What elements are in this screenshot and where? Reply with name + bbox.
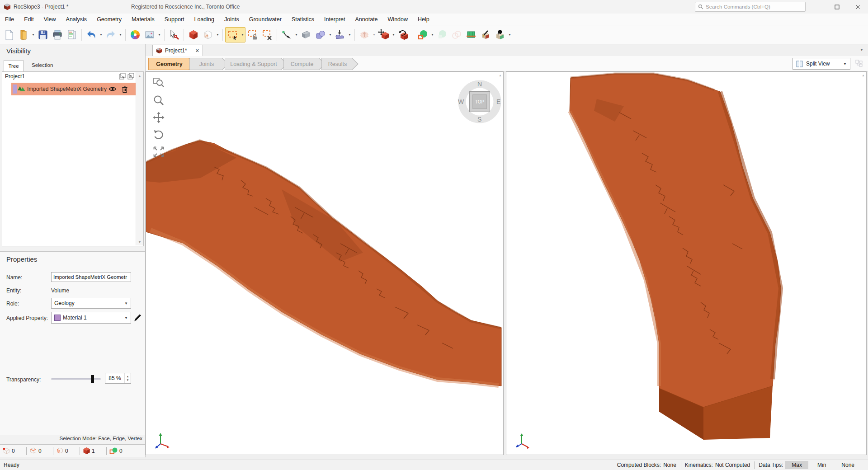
edit-material-pencil-icon[interactable] [134, 313, 141, 322]
tree-item-imported-geometry[interactable]: Imported ShapeMetriX Geometry [11, 83, 136, 95]
move-dropdown[interactable]: ▼ [391, 28, 396, 42]
undo-button[interactable] [84, 28, 99, 42]
view-mode-select[interactable]: Split View ▼ [793, 58, 850, 70]
transparency-slider-thumb[interactable] [91, 375, 94, 383]
applied-property-select[interactable]: Material 1 ▼ [51, 312, 131, 324]
extrude-dropdown[interactable]: ▼ [372, 28, 377, 42]
tab-tree[interactable]: Tree [4, 60, 24, 71]
data-tips-max[interactable]: Max [785, 461, 808, 469]
report-button[interactable] [65, 28, 79, 42]
compass-east[interactable]: E [496, 98, 500, 105]
viewport-right-perspective-view[interactable]: ▲ [506, 71, 867, 455]
compass-north[interactable]: N [477, 80, 482, 88]
redo-button[interactable] [104, 28, 118, 42]
menu-edit[interactable]: Edit [19, 16, 39, 23]
import-geometry-button[interactable] [333, 28, 347, 42]
menu-help[interactable]: Help [413, 16, 434, 23]
measure-button[interactable] [279, 28, 294, 42]
menu-analysis[interactable]: Analysis [61, 16, 92, 23]
display-options-button[interactable] [128, 28, 142, 42]
minimize-button[interactable] [806, 0, 826, 14]
ghost-block-button[interactable] [201, 28, 215, 42]
zoom-tool[interactable] [151, 94, 166, 107]
tab-selection[interactable]: Selection [28, 61, 57, 69]
subtract-block-disabled-button[interactable] [449, 28, 464, 42]
tab-overflow-icon[interactable]: ▼ [860, 48, 863, 52]
transparency-spinbox[interactable]: 85 % ▲▼ [105, 373, 131, 384]
workflow-tab-results[interactable]: Results [321, 58, 359, 70]
edit-geometry-button[interactable] [478, 28, 493, 42]
rotate-view-tool[interactable] [151, 128, 166, 141]
boolean-tool-dropdown[interactable]: ▼ [328, 28, 333, 42]
scroll-up-icon[interactable]: ▲ [136, 72, 143, 80]
move-button[interactable] [377, 28, 391, 42]
undo-dropdown[interactable]: ▼ [99, 28, 104, 42]
data-tips-min[interactable]: Min [811, 461, 832, 469]
tree-scrollbar[interactable]: ▲ ▼ [136, 72, 143, 245]
clear-selection-button[interactable] [260, 28, 274, 42]
name-field[interactable] [51, 272, 131, 282]
apply-properties-button[interactable] [493, 28, 507, 42]
select-tool-button[interactable] [167, 28, 181, 42]
apply-properties-dropdown[interactable]: ▼ [507, 28, 512, 42]
menu-geometry[interactable]: Geometry [92, 16, 127, 23]
mesh-tool-button[interactable] [299, 28, 313, 42]
zoom-window-tool[interactable] [151, 76, 166, 90]
selection-window-dropdown[interactable]: ▼ [240, 28, 245, 42]
transparency-slider[interactable] [51, 378, 101, 380]
workflow-tab-compute[interactable]: Compute [283, 58, 326, 70]
maximize-button[interactable] [826, 0, 847, 14]
menu-materials[interactable]: Materials [127, 16, 160, 23]
print-button[interactable] [50, 28, 65, 42]
compass-south[interactable]: S [477, 116, 481, 123]
screen-capture-button[interactable] [142, 28, 157, 42]
data-tips-none[interactable]: None [835, 461, 861, 469]
create-block-button[interactable] [186, 28, 201, 42]
menu-interpret[interactable]: Interpret [319, 16, 350, 23]
menu-annotate[interactable]: Annotate [350, 16, 383, 23]
expand-all-icon[interactable] [127, 73, 134, 80]
import-geometry-dropdown[interactable]: ▼ [347, 28, 352, 42]
add-external-block-button[interactable] [415, 28, 430, 42]
tab-close-icon[interactable]: ✕ [195, 48, 199, 54]
selection-window-button[interactable] [226, 28, 240, 42]
menu-file[interactable]: File [0, 16, 19, 23]
pan-tool[interactable] [151, 111, 166, 124]
zoom-extents-tool[interactable] [151, 145, 166, 159]
rotate-button[interactable] [396, 28, 410, 42]
measure-dropdown[interactable]: ▼ [294, 28, 299, 42]
compass-top-face[interactable]: TOP [469, 91, 490, 112]
viewport-layout-button[interactable] [854, 59, 864, 69]
new-file-button[interactable] [2, 28, 16, 42]
screen-capture-dropdown[interactable]: ▼ [157, 28, 162, 42]
workflow-tab-joints[interactable]: Joints [189, 58, 229, 70]
extrude-button[interactable] [357, 28, 372, 42]
viewport-scroll-icon[interactable]: ▲ [862, 74, 865, 77]
menu-statistics[interactable]: Statistics [287, 16, 319, 23]
collapse-all-icon[interactable] [119, 73, 126, 80]
view-compass[interactable]: N S W E TOP [458, 80, 501, 123]
workflow-tab-loading-support[interactable]: Loading & Support [225, 58, 288, 70]
command-search[interactable] [695, 2, 806, 12]
scroll-down-icon[interactable]: ▼ [136, 238, 143, 245]
menu-loading[interactable]: Loading [189, 16, 220, 23]
role-select[interactable]: Geology ▼ [51, 298, 131, 309]
redo-dropdown[interactable]: ▼ [118, 28, 123, 42]
menu-support[interactable]: Support [160, 16, 189, 23]
tree-project-node[interactable]: Project1 [5, 73, 25, 80]
menu-joints[interactable]: Joints [219, 16, 244, 23]
model-3d-right[interactable] [506, 72, 866, 455]
delete-trash-icon[interactable] [122, 85, 128, 93]
ghost-block-dropdown[interactable]: ▼ [215, 28, 220, 42]
model-3d-left[interactable] [146, 72, 503, 455]
lock-selection-button[interactable] [245, 28, 260, 42]
add-block-disabled-button[interactable] [435, 28, 449, 42]
open-file-button[interactable] [16, 28, 31, 42]
menu-view[interactable]: View [39, 16, 61, 23]
visibility-eye-icon[interactable] [108, 86, 117, 92]
open-file-dropdown[interactable]: ▼ [31, 28, 36, 42]
close-button[interactable] [847, 0, 868, 14]
workflow-tab-geometry[interactable]: Geometry [148, 58, 195, 70]
viewport-scroll-icon[interactable]: ▲ [499, 74, 502, 77]
document-tab-project1[interactable]: Project1* ✕ [152, 45, 203, 56]
